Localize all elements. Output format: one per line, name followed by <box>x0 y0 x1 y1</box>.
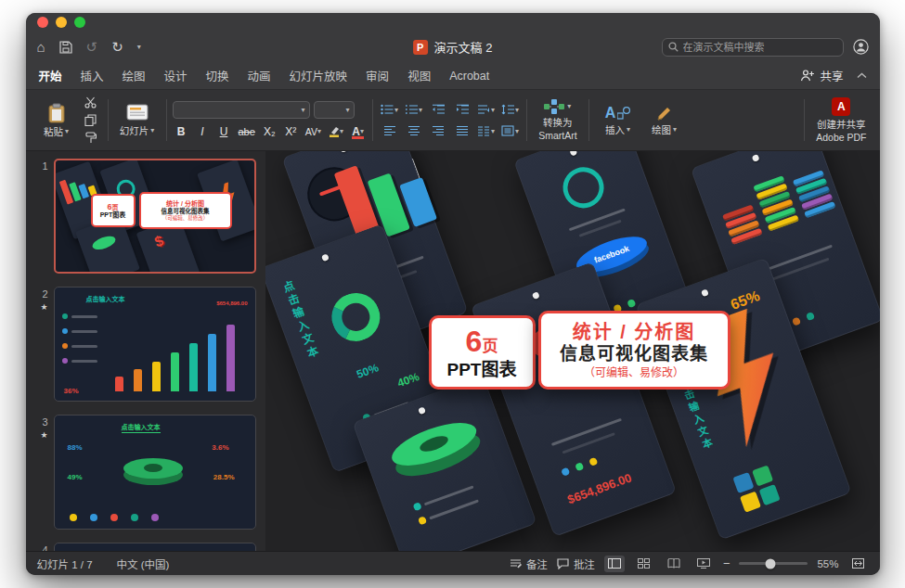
zoom-slider[interactable] <box>739 562 808 565</box>
format-painter-icon[interactable] <box>82 131 100 146</box>
cut-icon[interactable] <box>82 96 100 110</box>
justify-button[interactable] <box>451 122 472 140</box>
bullets-button[interactable]: ▾ <box>379 101 400 119</box>
clipboard-group: 粘贴▾ <box>33 95 102 146</box>
collapse-ribbon-chevron-icon[interactable] <box>857 72 867 79</box>
placeholder-vertical-text: 点击输入文本 <box>278 278 322 362</box>
subscript-button[interactable]: X₂ <box>261 123 278 140</box>
slide-number: 2 <box>42 288 47 300</box>
paragraph-group: ▾ ▾ ▾ ▾ <box>379 95 521 146</box>
share-button[interactable]: 共享 <box>800 67 843 84</box>
thumb1-badge-title: 统计 / 分析图 信息可视化图表集 （可编辑、易修改） <box>139 192 232 229</box>
superscript-button[interactable]: X² <box>282 123 300 140</box>
font-size-dropdown-icon: ▾ <box>345 106 349 114</box>
new-slide-button[interactable]: 幻灯片▾ <box>116 102 159 138</box>
animation-star-icon: ★ <box>40 302 47 312</box>
notes-button[interactable]: 备注 <box>510 556 548 571</box>
align-center-button[interactable] <box>403 122 424 140</box>
text-direction-button[interactable]: ▾ <box>475 101 497 119</box>
paste-dropdown-icon[interactable]: ▾ <box>65 127 69 135</box>
powerpoint-window: ⌂ ↺ ↻ ▾ P 演示文稿 2 开始 插入 绘图 <box>26 13 880 575</box>
tab-design[interactable]: 设计 <box>164 67 187 84</box>
slide-thumbnail-panel: 1 <box>26 151 265 551</box>
zoom-window-button[interactable] <box>74 17 85 28</box>
bold-button[interactable]: B <box>173 123 190 140</box>
copy-icon[interactable] <box>82 113 100 128</box>
slide-canvas[interactable]: facebook <box>265 151 880 551</box>
search-icon <box>668 42 679 52</box>
tab-home[interactable]: 开始 <box>39 67 62 84</box>
save-icon[interactable] <box>59 41 72 54</box>
convert-to-smartart-button[interactable]: ▾ 转换为SmartArt <box>535 97 580 143</box>
insert-button[interactable]: A 插入▾ <box>597 103 640 137</box>
tab-slideshow[interactable]: 幻灯片放映 <box>290 67 348 84</box>
comments-button[interactable]: 批注 <box>557 556 595 571</box>
slide-thumbnail-3[interactable]: 点击输入文本 88% 49% 3.6% 28.5% <box>54 415 256 530</box>
slide-row-1: 1 <box>32 159 256 274</box>
text-highlight-button[interactable]: ▾ <box>327 123 345 140</box>
tab-acrobat[interactable]: Acrobat <box>449 70 489 83</box>
slide-sorter-view-button[interactable] <box>634 556 654 572</box>
percent-label: 50% <box>355 361 380 380</box>
account-icon[interactable] <box>853 39 869 55</box>
line-spacing-button[interactable]: ▾ <box>499 101 521 119</box>
slide-row-2: 2 ★ 点击输入文本 $654,896.00 <box>32 287 256 402</box>
close-window-button[interactable] <box>37 17 48 28</box>
create-share-adobe-pdf-button[interactable]: A 创建并共享Adobe PDF <box>812 96 870 145</box>
slide-row-3: 3 ★ 点击输入文本 88% 49% 3.6% 28.5% <box>32 415 256 530</box>
customize-toolbar-chevron-icon[interactable]: ▾ <box>137 43 141 51</box>
zoom-out-button[interactable]: − <box>723 556 730 570</box>
slide-thumbnail-1[interactable]: $ 6页 PPT图表 统计 / 分析图 信息可视化图表集 （可编辑、易修改） <box>54 159 256 274</box>
amount-label: $654,896.00 <box>565 470 633 506</box>
search-input[interactable] <box>683 42 837 53</box>
slide-thumbnail-4[interactable] <box>54 543 256 551</box>
slideshow-view-button[interactable] <box>693 556 714 572</box>
font-size-combo[interactable]: ▾ <box>314 101 355 119</box>
thumb1-badge-pages: 6页 PPT图表 <box>91 194 136 227</box>
smartart-group: ▾ 转换为SmartArt <box>533 95 582 146</box>
redo-icon[interactable]: ↻ <box>111 40 123 54</box>
adobe-group: A 创建并共享Adobe PDF <box>810 95 872 146</box>
slide-number: 1 <box>42 160 47 172</box>
strikethrough-button[interactable]: abe <box>237 123 257 140</box>
slide-number: 3 <box>42 416 47 428</box>
tab-insert[interactable]: 插入 <box>81 67 104 84</box>
increase-indent-button[interactable] <box>451 101 472 119</box>
tab-animations[interactable]: 动画 <box>248 67 271 84</box>
slide-thumbnail-2[interactable]: 点击输入文本 $654,896.00 36% <box>54 287 256 402</box>
tab-draw[interactable]: 绘图 <box>123 67 146 84</box>
italic-button[interactable]: I <box>194 123 212 140</box>
new-slide-dropdown-icon[interactable]: ▾ <box>150 126 154 134</box>
normal-view-button[interactable] <box>604 556 625 572</box>
columns-button[interactable]: ▾ <box>475 122 497 140</box>
underline-button[interactable]: U <box>215 123 233 140</box>
paste-button[interactable]: 粘贴▾ <box>35 101 78 139</box>
language-indicator[interactable]: 中文 (中国) <box>117 556 170 571</box>
document-title: 演示文稿 2 <box>434 38 493 56</box>
minimize-window-button[interactable] <box>56 17 67 28</box>
decrease-indent-button[interactable] <box>427 101 448 119</box>
align-left-button[interactable] <box>379 122 400 140</box>
powerpoint-app-icon: P <box>413 40 428 55</box>
zoom-slider-thumb[interactable] <box>765 558 775 569</box>
status-bar: 幻灯片 1 / 7 中文 (中国) 备注 批注 <box>26 551 880 575</box>
ribbon-tab-bar: 开始 插入 绘图 设计 切换 动画 幻灯片放映 审阅 视图 Acrobat 共享 <box>26 62 880 90</box>
zoom-percentage[interactable]: 55% <box>817 558 838 569</box>
slide-indicator: 幻灯片 1 / 7 <box>37 556 93 571</box>
character-spacing-button[interactable]: AV▾ <box>304 123 323 140</box>
undo-icon[interactable]: ↺ <box>86 40 98 54</box>
slide-row-4: 4 <box>32 543 256 551</box>
font-family-combo[interactable]: ▾ <box>173 101 310 119</box>
align-text-vertical-button[interactable]: ▾ <box>499 122 521 140</box>
search-box[interactable] <box>662 38 844 57</box>
fit-slide-button[interactable] <box>848 556 869 572</box>
tab-transitions[interactable]: 切换 <box>206 67 229 84</box>
tab-review[interactable]: 审阅 <box>366 67 389 84</box>
reading-view-button[interactable] <box>664 556 684 572</box>
font-color-button[interactable]: A▾ <box>349 123 367 140</box>
align-right-button[interactable] <box>427 122 448 140</box>
draw-button[interactable]: 绘图▾ <box>643 103 686 137</box>
tab-view[interactable]: 视图 <box>407 67 431 84</box>
numbering-button[interactable]: ▾ <box>403 101 424 119</box>
home-icon[interactable]: ⌂ <box>37 40 45 54</box>
